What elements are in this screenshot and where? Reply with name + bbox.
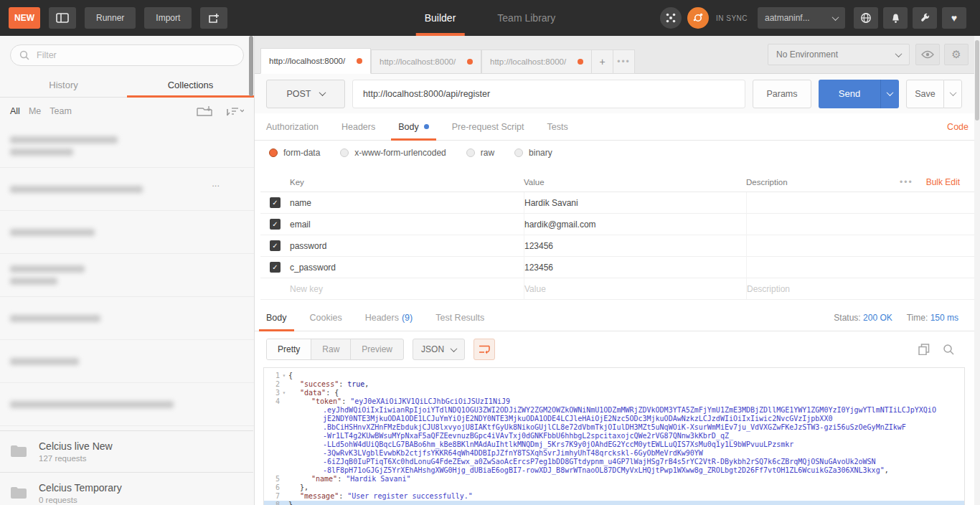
browser-sync-button[interactable] [854,7,878,29]
main-scrollbar[interactable] [974,36,980,505]
tab-pre-request-script[interactable]: Pre-request Script [452,113,524,140]
tab-body[interactable]: Body [398,113,429,140]
view-pretty[interactable]: Pretty [267,339,311,359]
save-options-button[interactable] [943,80,962,108]
request-tab[interactable]: http://localhost:8000/ [371,49,481,74]
collection-item-blurred[interactable] [0,383,254,426]
sidebar-toggle-button[interactable] [49,7,76,29]
filter-input[interactable] [10,44,244,66]
row-value[interactable]: Hardik Savani [524,192,746,213]
row-key[interactable]: name [290,198,524,208]
collection-item-blurred[interactable] [0,340,254,383]
scope-me[interactable]: Me [29,106,41,116]
eye-icon [921,50,934,59]
row-checkbox-checked[interactable]: ✓ [270,240,281,251]
row-description[interactable] [746,235,980,256]
radio-binary[interactable]: binary [514,148,552,158]
new-button[interactable]: NEW [9,7,40,29]
tab-builder[interactable]: Builder [419,0,462,36]
search-icon[interactable] [943,344,954,355]
generate-code-link[interactable]: Code [947,122,969,132]
tab-authorization[interactable]: Authorization [266,113,319,140]
tab-team-library[interactable]: Team Library [491,0,561,36]
environment-settings-button[interactable]: ⚙ [944,44,969,65]
request-tab[interactable]: http://localhost:8000/ [481,49,592,74]
import-button[interactable]: Import [144,7,192,29]
scope-all[interactable]: All [10,106,20,116]
interceptor-button[interactable] [660,7,682,29]
params-button[interactable]: Params [753,80,811,108]
send-options-button[interactable] [880,80,899,108]
new-window-button[interactable] [200,7,227,29]
new-value-input[interactable]: Value [524,278,746,299]
tab-tests[interactable]: Tests [547,113,567,140]
new-description-input[interactable]: Description [746,278,980,299]
bulk-edit-link[interactable]: Bulk Edit [926,177,960,187]
collection-item-blurred[interactable] [0,125,254,168]
tab-cookies[interactable]: Cookies [310,304,342,331]
row-value[interactable]: 123456 [524,257,746,278]
tab-collections[interactable]: Collections [127,73,254,97]
tab-response-headers[interactable]: Headers (9) [365,304,413,331]
user-menu[interactable]: aatmaninf... [758,7,845,29]
form-data-table: Key Value Description ••• Bulk Edit ✓ na… [260,172,980,300]
row-options-icon[interactable]: ••• [900,177,913,187]
view-preview[interactable]: Preview [351,339,403,359]
sync-button[interactable] [687,7,709,29]
tab-test-results[interactable]: Test Results [435,304,484,331]
sidebar-scrollbar[interactable] [249,36,253,96]
row-checkbox-checked[interactable]: ✓ [270,197,281,208]
row-key[interactable]: password [290,241,524,251]
favorites-button[interactable]: ♥ [942,7,966,29]
table-row-new: New key Value Description [260,278,980,300]
new-key-input[interactable]: New key [290,284,524,294]
request-tab-active[interactable]: http://localhost:8000/ [260,48,371,74]
save-button[interactable]: Save [906,80,943,108]
collection-item-blurred[interactable] [0,254,254,297]
collection-item-blurred[interactable] [0,297,254,340]
copy-icon[interactable] [918,344,930,355]
runner-button[interactable]: Runner [85,7,136,29]
radio-x-www-form-urlencoded[interactable]: x-www-form-urlencoded [340,148,446,158]
row-checkbox-checked[interactable]: ✓ [270,219,281,230]
row-value[interactable]: 123456 [524,235,746,256]
add-collection-icon[interactable] [197,105,212,117]
row-checkbox-checked[interactable]: ✓ [270,262,281,273]
tab-history[interactable]: History [0,73,127,97]
send-button[interactable]: Send [819,80,880,108]
main-scrollbar-thumb[interactable] [975,40,979,121]
folder-icon [10,445,27,458]
new-tab-button[interactable]: + [592,49,613,74]
search-icon [19,50,29,60]
environment-select[interactable]: No Environment [768,44,910,65]
view-raw[interactable]: Raw [311,339,351,359]
scope-team[interactable]: Team [50,106,72,116]
radio-raw[interactable]: raw [466,148,494,158]
row-key[interactable]: c_password [290,263,524,273]
sort-icon[interactable] [227,106,244,116]
environment-preview-button[interactable] [915,44,940,65]
collection-celcius-live-new[interactable]: Celcius live New 127 requests [0,430,253,472]
row-description[interactable] [746,257,980,278]
tab-headers[interactable]: Headers [341,113,375,140]
collection-item-blurred[interactable] [0,211,254,254]
row-value[interactable]: hardik@gmail.com [524,214,746,235]
collection-item-ellipsis: ... [212,178,220,189]
row-key[interactable]: email [290,220,524,230]
notifications-button[interactable] [883,7,908,29]
wrap-lines-button[interactable] [473,339,495,360]
header-right-controls: IN SYNC aatmaninf... ♥ [660,7,971,29]
url-input[interactable] [352,80,745,108]
tab-overflow-button[interactable]: ••• [613,49,635,74]
row-description[interactable] [746,192,980,213]
method-select[interactable]: POST [266,80,345,108]
radio-form-data[interactable]: form-data [269,148,320,158]
settings-button[interactable] [913,7,937,29]
row-description[interactable] [746,214,980,235]
collection-celcius-temporary[interactable]: Celcius Temporary 0 requests [0,472,253,505]
tab-response-body[interactable]: Body [266,304,287,331]
collection-item-blurred[interactable]: ... [0,168,254,211]
collections-list: ... [0,125,254,426]
response-body-viewer[interactable]: 1▾{2"success": true,3▾"data": {4"token":… [263,367,965,505]
response-format-select[interactable]: JSON [413,339,465,360]
